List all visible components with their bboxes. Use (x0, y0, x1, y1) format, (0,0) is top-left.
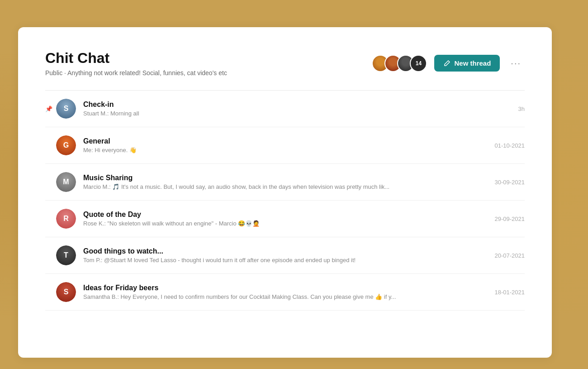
thread-avatar-music: M (56, 172, 76, 192)
avatar-count: 14 (410, 55, 427, 72)
thread-item-checkin[interactable]: 📌 S Check-in Stuart M.: Morning all 3h (45, 91, 525, 127)
thread-avatar-checkin: S (56, 99, 76, 119)
thread-content-general: General Me: Hi everyone. 👋 (83, 137, 488, 153)
thread-title-music: Music Sharing (83, 174, 488, 182)
thread-item-general[interactable]: G General Me: Hi everyone. 👋 01-10-2021 (45, 127, 525, 164)
avatar-face-general: G (56, 135, 76, 155)
thread-avatar-general: G (56, 135, 76, 155)
thread-preview-quote: Rose K.: "No skeleton will walk without … (83, 220, 468, 227)
avatar-face-quote: R (56, 209, 76, 229)
thread-title-general: General (83, 137, 488, 145)
thread-content-quote: Quote of the Day Rose K.: "No skeleton w… (83, 211, 488, 227)
thread-title-checkin: Check-in (83, 101, 511, 109)
new-thread-label: New thread (454, 59, 491, 67)
thread-item-beers[interactable]: S Ideas for Friday beers Samantha B.: He… (45, 274, 525, 311)
thread-content-beers: Ideas for Friday beers Samantha B.: Hey … (83, 284, 488, 300)
thread-title-quote: Quote of the Day (83, 211, 488, 219)
thread-preview-checkin: Stuart M.: Morning all (83, 110, 468, 117)
pin-icon: 📌 (45, 105, 54, 112)
app-container: Chit Chat Public · Anything not work rel… (0, 0, 588, 369)
thread-time-quote: 29-09-2021 (495, 216, 525, 222)
thread-item-watch[interactable]: T Good things to watch... Tom P.: @Stuar… (45, 237, 525, 274)
header-actions: 14 New thread ··· (372, 55, 525, 72)
thread-avatar-quote: R (56, 209, 76, 229)
thread-content-checkin: Check-in Stuart M.: Morning all (83, 101, 511, 117)
channel-header: Chit Chat Public · Anything not work rel… (18, 27, 552, 90)
thread-list: 📌 S Check-in Stuart M.: Morning all 3h G… (18, 91, 552, 311)
thread-time-general: 01-10-2021 (495, 142, 525, 149)
thread-time-checkin: 3h (518, 105, 525, 112)
edit-icon (443, 60, 450, 67)
new-thread-button[interactable]: New thread (434, 55, 500, 72)
thread-content-watch: Good things to watch... Tom P.: @Stuart … (83, 247, 488, 264)
thread-item-quote[interactable]: R Quote of the Day Rose K.: "No skeleton… (45, 201, 525, 237)
thread-title-watch: Good things to watch... (83, 247, 488, 255)
thread-preview-general: Me: Hi everyone. 👋 (83, 147, 468, 153)
thread-time-music: 30-09-2021 (495, 179, 525, 186)
thread-title-beers: Ideas for Friday beers (83, 284, 488, 292)
channel-description: Public · Anything not work related! Soci… (45, 69, 227, 77)
avatar-face-watch: T (56, 245, 76, 265)
avatar-face-beers: S (56, 282, 76, 302)
more-icon: ··· (511, 58, 521, 68)
thread-time-watch: 20-07-2021 (495, 252, 525, 259)
thread-item-music[interactable]: M Music Sharing Marcio M.: 🎵 It's not a … (45, 164, 525, 201)
thread-avatar-beers: S (56, 282, 76, 302)
main-panel: Chit Chat Public · Anything not work rel… (18, 27, 552, 358)
thread-time-beers: 18-01-2021 (495, 289, 525, 296)
thread-avatar-watch: T (56, 245, 76, 265)
more-options-button[interactable]: ··· (507, 56, 525, 70)
avatar-face-music: M (56, 172, 76, 192)
member-avatars: 14 (372, 55, 427, 72)
thread-preview-music: Marcio M.: 🎵 It's not a music. But, I wo… (83, 183, 468, 190)
channel-title: Chit Chat (45, 50, 227, 67)
thread-preview-watch: Tom P.: @Stuart M loved Ted Lasso - thou… (83, 257, 468, 264)
thread-preview-beers: Samantha B.: Hey Everyone, I need to con… (83, 293, 468, 300)
thread-content-music: Music Sharing Marcio M.: 🎵 It's not a mu… (83, 174, 488, 190)
channel-info: Chit Chat Public · Anything not work rel… (45, 50, 227, 77)
avatar-face-checkin: S (56, 99, 76, 119)
